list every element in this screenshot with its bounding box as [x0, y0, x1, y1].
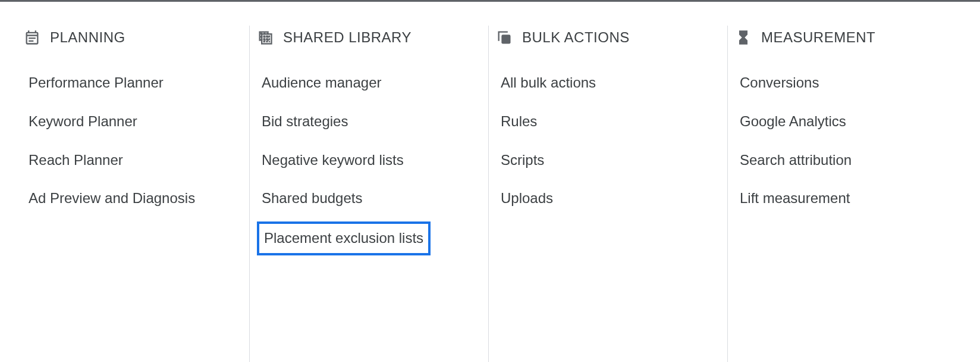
hourglass-icon — [735, 29, 752, 46]
tools-menu: PLANNING Performance Planner Keyword Pla… — [0, 2, 980, 362]
svg-rect-3 — [269, 36, 270, 38]
menu-items-shared-library: Audience manager Bid strategies Negative… — [257, 64, 481, 255]
svg-rect-10 — [501, 35, 510, 43]
menu-item-reach-planner[interactable]: Reach Planner — [24, 141, 128, 180]
menu-item-scripts[interactable]: Scripts — [496, 141, 549, 180]
menu-item-rules[interactable]: Rules — [496, 102, 542, 141]
menu-items-bulk-actions: All bulk actions Rules Scripts Uploads — [496, 64, 720, 218]
svg-rect-6 — [269, 38, 270, 40]
column-title-bulk-actions: BULK ACTIONS — [522, 29, 630, 46]
column-planning: PLANNING Performance Planner Keyword Pla… — [24, 26, 250, 362]
column-header-measurement: MEASUREMENT — [735, 26, 966, 64]
svg-rect-9 — [269, 41, 270, 42]
svg-rect-2 — [266, 36, 268, 38]
grid-icon — [257, 29, 274, 46]
svg-rect-7 — [263, 41, 266, 42]
menu-item-search-attribution[interactable]: Search attribution — [735, 141, 856, 180]
menu-items-measurement: Conversions Google Analytics Search attr… — [735, 64, 966, 218]
menu-item-negative-keyword-lists[interactable]: Negative keyword lists — [257, 141, 409, 180]
menu-items-planning: Performance Planner Keyword Planner Reac… — [24, 64, 242, 218]
menu-item-google-analytics[interactable]: Google Analytics — [735, 102, 851, 141]
menu-item-uploads[interactable]: Uploads — [496, 179, 558, 218]
menu-item-performance-planner[interactable]: Performance Planner — [24, 64, 168, 102]
column-title-planning: PLANNING — [50, 29, 125, 46]
menu-item-keyword-planner[interactable]: Keyword Planner — [24, 102, 142, 141]
column-title-shared-library: SHARED LIBRARY — [283, 29, 412, 46]
menu-item-ad-preview-diagnosis[interactable]: Ad Preview and Diagnosis — [24, 179, 200, 218]
column-header-planning: PLANNING — [24, 26, 242, 64]
column-shared-library: SHARED LIBRARY Audience manager Bid stra… — [257, 26, 489, 362]
calendar-icon — [24, 29, 40, 46]
column-measurement: MEASUREMENT Conversions Google Analytics… — [735, 26, 973, 362]
menu-item-lift-measurement[interactable]: Lift measurement — [735, 179, 855, 218]
copy-icon — [496, 29, 513, 46]
svg-rect-1 — [263, 36, 266, 38]
menu-item-all-bulk-actions[interactable]: All bulk actions — [496, 64, 601, 102]
column-header-bulk-actions: BULK ACTIONS — [496, 26, 720, 64]
menu-item-conversions[interactable]: Conversions — [735, 64, 824, 102]
column-bulk-actions: BULK ACTIONS All bulk actions Rules Scri… — [496, 26, 728, 362]
svg-rect-8 — [266, 41, 268, 42]
menu-item-bid-strategies[interactable]: Bid strategies — [257, 102, 353, 141]
svg-rect-5 — [266, 38, 268, 40]
svg-rect-4 — [263, 38, 266, 40]
column-header-shared-library: SHARED LIBRARY — [257, 26, 481, 64]
menu-item-shared-budgets[interactable]: Shared budgets — [257, 179, 367, 218]
column-title-measurement: MEASUREMENT — [761, 29, 875, 46]
menu-item-audience-manager[interactable]: Audience manager — [257, 64, 386, 102]
menu-item-placement-exclusion-lists[interactable]: Placement exclusion lists — [257, 221, 431, 255]
